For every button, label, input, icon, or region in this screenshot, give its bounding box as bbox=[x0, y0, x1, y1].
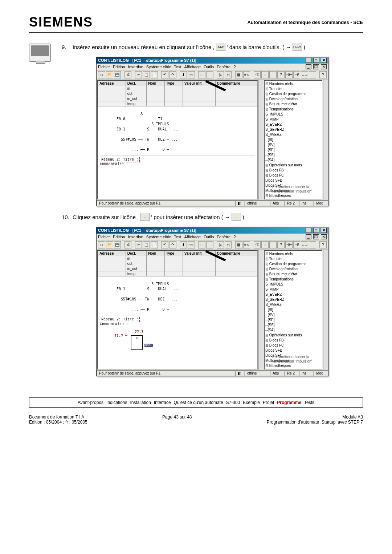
tree-item[interactable]: S_AVERZ bbox=[265, 132, 321, 137]
nav-item[interactable]: Indications bbox=[106, 400, 127, 405]
scrollbar[interactable] bbox=[323, 250, 328, 370]
tree-item[interactable]: ⊞ Gestion de programme bbox=[265, 262, 321, 267]
branch-icon[interactable] bbox=[309, 71, 316, 78]
btn-icon[interactable] bbox=[206, 71, 213, 78]
btn-icon[interactable]: ⓘ bbox=[254, 241, 261, 248]
menu-item[interactable]: Fichier bbox=[98, 235, 110, 239]
tree-item[interactable]: ⊞ Décalage/rotation bbox=[265, 97, 321, 102]
network-title[interactable]: Réseau 2: Titre : bbox=[100, 157, 140, 162]
tree-item[interactable]: ⊞ Décalage/rotation bbox=[265, 267, 321, 272]
contact-icon[interactable]: ⊣⊢ bbox=[285, 71, 293, 78]
menu-item[interactable]: ? bbox=[233, 65, 236, 69]
tree-item[interactable]: ⊞ Blocs FC bbox=[265, 173, 321, 178]
menu-item[interactable]: Edition bbox=[113, 65, 125, 69]
close-icon[interactable]: ✕ bbox=[321, 228, 327, 233]
tree-item[interactable]: --[SI] bbox=[265, 137, 321, 142]
tree-item[interactable]: ⊞ Bits du mot d'état bbox=[265, 272, 321, 277]
copy-icon[interactable]: 📋 bbox=[143, 241, 150, 248]
undo-icon[interactable]: ↶ bbox=[161, 71, 168, 78]
save-icon[interactable]: 💾 bbox=[114, 241, 121, 248]
nav-item[interactable]: S7-300 bbox=[226, 400, 240, 405]
menu-item[interactable]: Test bbox=[174, 235, 181, 239]
cut-icon[interactable]: ✂ bbox=[135, 241, 142, 248]
element-catalog-tree[interactable]: ⊞ Nombres réels⊞ Transfert⊞ Gestion de p… bbox=[264, 250, 322, 369]
coil-icon[interactable]: ⊏⊐ bbox=[301, 71, 308, 78]
menu-item[interactable]: Edition bbox=[113, 235, 125, 239]
tree-item[interactable]: ⊞ Transfert bbox=[265, 86, 321, 92]
download-icon[interactable]: ⬇ bbox=[180, 241, 187, 248]
mdi-minimize-icon[interactable]: _ bbox=[306, 64, 311, 69]
maximize-icon[interactable]: □ bbox=[313, 58, 319, 63]
btn-icon[interactable]: ↕ bbox=[261, 241, 269, 248]
menu-item[interactable]: Système cible bbox=[146, 65, 171, 69]
tree-item[interactable]: ⊞ Nombres réels bbox=[265, 251, 321, 256]
print-icon[interactable]: 🖨 bbox=[124, 71, 132, 78]
print-icon[interactable]: 🖨 bbox=[124, 241, 132, 248]
tree-item[interactable]: ⊞ Opérations sur mots bbox=[265, 333, 321, 338]
tree-item[interactable]: S_IMPULS bbox=[265, 282, 321, 287]
mdi-minimize-icon[interactable]: _ bbox=[306, 234, 311, 239]
mdi-close-icon[interactable]: ✕ bbox=[321, 234, 327, 239]
help-icon[interactable]: ? bbox=[319, 241, 327, 248]
redo-icon[interactable]: ↷ bbox=[169, 71, 176, 78]
tree-item[interactable]: --[SV] bbox=[265, 142, 321, 147]
undo-icon[interactable]: ↶ bbox=[161, 241, 168, 248]
new-network-icon[interactable]: H-O bbox=[243, 71, 250, 78]
toggle-icon[interactable]: ◻ bbox=[198, 71, 205, 78]
nav-item[interactable]: Tests bbox=[304, 400, 314, 405]
cut-icon[interactable]: ✂ bbox=[135, 71, 142, 78]
nav-item[interactable]: Installation bbox=[130, 400, 151, 405]
scrollbar[interactable] bbox=[258, 250, 264, 370]
nav-item[interactable]: Programme bbox=[277, 400, 301, 405]
menu-item[interactable]: Fichier bbox=[98, 65, 110, 69]
menu-item[interactable]: Affichage bbox=[184, 235, 201, 239]
mdi-restore-icon[interactable]: ❐ bbox=[313, 234, 319, 239]
last-icon[interactable]: »| bbox=[225, 71, 232, 78]
monitor-icon[interactable]: 👓 bbox=[188, 71, 195, 78]
help-icon[interactable]: ? bbox=[319, 71, 327, 78]
menu-item[interactable]: Affichage bbox=[184, 65, 201, 69]
tree-item[interactable]: S_SEVERZ bbox=[265, 297, 321, 302]
assign-icon[interactable]: = bbox=[269, 71, 277, 78]
download-icon[interactable]: ⬇ bbox=[180, 71, 187, 78]
tree-item[interactable]: ⊞ Gestion de programme bbox=[265, 92, 321, 97]
mdi-restore-icon[interactable]: ❐ bbox=[313, 64, 319, 69]
block-icon[interactable]: ▦ bbox=[235, 241, 242, 248]
tree-item[interactable]: ⊞ Transfert bbox=[265, 256, 321, 262]
redo-icon[interactable]: ↷ bbox=[169, 241, 176, 248]
monitor-icon[interactable]: 👓 bbox=[188, 241, 195, 248]
nav-item[interactable]: Projet bbox=[263, 400, 274, 405]
btn-icon[interactable]: ? bbox=[277, 241, 285, 248]
btn-icon[interactable]: ↕ bbox=[261, 71, 269, 78]
scrollbar[interactable] bbox=[258, 80, 264, 200]
tree-item[interactable]: ⊟ Temporisations bbox=[265, 107, 321, 112]
menu-item[interactable]: Insertion bbox=[128, 65, 143, 69]
tree-item[interactable]: Blocs SFB bbox=[265, 348, 321, 353]
tree-item[interactable]: ⊟ Bibliothèques bbox=[265, 363, 321, 368]
tree-item[interactable]: ⊞ Opérations sur mots bbox=[265, 163, 321, 168]
tree-item[interactable]: S_VIMP bbox=[265, 117, 321, 122]
new-network-icon[interactable]: H-O bbox=[243, 241, 250, 248]
minimize-icon[interactable]: _ bbox=[306, 228, 311, 233]
menu-item[interactable]: Fenêtre bbox=[217, 65, 230, 69]
menu-item[interactable]: Outils bbox=[204, 235, 214, 239]
btn-icon[interactable]: ? bbox=[277, 71, 285, 78]
affect-left-address[interactable]: ??.? ─ bbox=[114, 334, 127, 338]
tree-item[interactable]: S_VIMP bbox=[265, 287, 321, 292]
btn-icon[interactable]: ⓘ bbox=[254, 71, 261, 78]
open-icon[interactable]: 📂 bbox=[106, 241, 113, 248]
tree-item[interactable]: --[SS] bbox=[265, 323, 321, 328]
tree-item[interactable]: ⊞ Blocs FB bbox=[265, 338, 321, 343]
block-icon[interactable]: ▦ bbox=[235, 71, 242, 78]
tree-item[interactable]: ⊞ Blocs FC bbox=[265, 343, 321, 348]
menu-item[interactable]: Fenêtre bbox=[217, 235, 230, 239]
tree-item[interactable]: ⊞ Bits du mot d'état bbox=[265, 102, 321, 107]
copy-icon[interactable]: 📋 bbox=[143, 71, 150, 78]
new-icon[interactable]: □ bbox=[98, 71, 105, 78]
contact-icon[interactable]: ⊣⊢ bbox=[285, 241, 293, 248]
nav-item[interactable]: Qu'est ce qu'un automate bbox=[174, 400, 223, 405]
contact-n-icon[interactable]: ⊣/⊢ bbox=[293, 241, 301, 248]
nav-item[interactable]: Exemple bbox=[243, 400, 260, 405]
tree-item[interactable]: Blocs SFB bbox=[265, 178, 321, 183]
tree-item[interactable]: S_EVERZ bbox=[265, 122, 321, 127]
